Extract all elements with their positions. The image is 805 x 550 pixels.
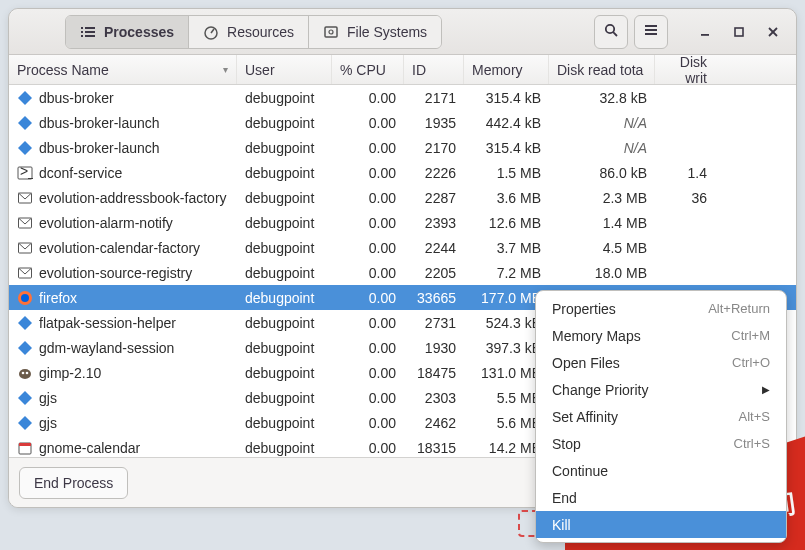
svg-rect-14 xyxy=(645,33,657,35)
tab-label: Resources xyxy=(227,24,294,40)
process-name: flatpak-session-helper xyxy=(39,315,176,331)
cell-disk-write: 36 xyxy=(655,190,715,206)
menu-button[interactable] xyxy=(634,15,668,49)
cell-id: 2393 xyxy=(404,215,464,231)
cell-id: 2171 xyxy=(404,90,464,106)
submenu-arrow-icon: ▶ xyxy=(762,384,770,395)
svg-rect-38 xyxy=(19,443,31,446)
column-header-name[interactable]: Process Name ▾ xyxy=(9,55,237,84)
svg-rect-3 xyxy=(85,31,95,33)
menu-accel: Ctrl+M xyxy=(731,328,770,343)
svg-marker-19 xyxy=(18,91,32,105)
menu-item-open-files[interactable]: Open Files Ctrl+O xyxy=(536,349,786,376)
column-headers: Process Name ▾ User % CPU ID Memory Disk… xyxy=(9,55,796,85)
svg-rect-12 xyxy=(645,25,657,27)
cell-name: gimp-2.10 xyxy=(9,365,237,381)
cell-user: debugpoint xyxy=(237,115,332,131)
col-label: Disk read tota xyxy=(557,62,643,78)
table-row[interactable]: evolution-calendar-factorydebugpoint0.00… xyxy=(9,235,796,260)
cell-user: debugpoint xyxy=(237,190,332,206)
cell-disk-read: 4.5 MB xyxy=(549,240,655,256)
cell-cpu: 0.00 xyxy=(332,165,404,181)
column-header-cpu[interactable]: % CPU xyxy=(332,55,404,84)
svg-point-33 xyxy=(22,371,25,374)
cell-name: gdm-wayland-session xyxy=(9,340,237,356)
cell-id: 2205 xyxy=(404,265,464,281)
svg-rect-8 xyxy=(325,27,337,37)
cell-cpu: 0.00 xyxy=(332,190,404,206)
cell-cpu: 0.00 xyxy=(332,290,404,306)
menu-label: Open Files xyxy=(552,355,620,371)
process-name: dconf-service xyxy=(39,165,122,181)
svg-marker-35 xyxy=(18,391,32,405)
end-process-button[interactable]: End Process xyxy=(19,467,128,499)
menu-label: Stop xyxy=(552,436,581,452)
cell-id: 2303 xyxy=(404,390,464,406)
column-header-id[interactable]: ID xyxy=(404,55,464,84)
process-icon xyxy=(17,365,33,381)
col-label: Process Name xyxy=(17,62,109,78)
svg-rect-0 xyxy=(81,27,83,29)
menu-item-continue[interactable]: Continue xyxy=(536,457,786,484)
column-header-disk-write[interactable]: Disk writ xyxy=(655,55,715,84)
menu-item-kill[interactable]: Kill xyxy=(536,511,786,538)
menu-item-stop[interactable]: Stop Ctrl+S xyxy=(536,430,786,457)
maximize-button[interactable] xyxy=(722,10,756,54)
table-row[interactable]: >_dconf-servicedebugpoint0.0022261.5 MB8… xyxy=(9,160,796,185)
cell-name: dbus-broker-launch xyxy=(9,115,237,131)
cell-id: 33665 xyxy=(404,290,464,306)
menu-item-change-priority[interactable]: Change Priority ▶ xyxy=(536,376,786,403)
process-name: evolution-alarm-notify xyxy=(39,215,173,231)
svg-marker-20 xyxy=(18,116,32,130)
column-header-user[interactable]: User xyxy=(237,55,332,84)
window-controls xyxy=(688,10,790,54)
menu-accel: Ctrl+O xyxy=(732,355,770,370)
close-button[interactable] xyxy=(756,10,790,54)
cell-disk-read: 18.0 MB xyxy=(549,265,655,281)
process-name: gnome-calendar xyxy=(39,440,140,456)
cell-name: evolution-alarm-notify xyxy=(9,215,237,231)
menu-item-end[interactable]: End xyxy=(536,484,786,511)
cell-id: 2287 xyxy=(404,190,464,206)
column-header-disk-read[interactable]: Disk read tota xyxy=(549,55,655,84)
tab-processes[interactable]: Processes xyxy=(66,16,189,48)
table-row[interactable]: evolution-addressbook-factorydebugpoint0… xyxy=(9,185,796,210)
table-row[interactable]: evolution-source-registrydebugpoint0.002… xyxy=(9,260,796,285)
svg-rect-15 xyxy=(701,34,709,36)
cell-user: debugpoint xyxy=(237,365,332,381)
process-icon xyxy=(17,140,33,156)
process-icon xyxy=(17,115,33,131)
svg-rect-5 xyxy=(85,35,95,37)
svg-text:>_: >_ xyxy=(20,165,33,179)
menu-item-memory-maps[interactable]: Memory Maps Ctrl+M xyxy=(536,322,786,349)
cell-disk-read: 86.0 kB xyxy=(549,165,655,181)
cell-user: debugpoint xyxy=(237,315,332,331)
process-icon xyxy=(17,415,33,431)
cell-user: debugpoint xyxy=(237,415,332,431)
minimize-button[interactable] xyxy=(688,10,722,54)
menu-item-set-affinity[interactable]: Set Affinity Alt+S xyxy=(536,403,786,430)
list-icon xyxy=(80,24,96,40)
process-name: dbus-broker-launch xyxy=(39,140,160,156)
svg-line-7 xyxy=(211,29,214,33)
svg-point-34 xyxy=(26,371,29,374)
process-icon xyxy=(17,90,33,106)
table-row[interactable]: evolution-alarm-notifydebugpoint0.002393… xyxy=(9,210,796,235)
cell-cpu: 0.00 xyxy=(332,415,404,431)
menu-accel: Ctrl+S xyxy=(734,436,770,451)
table-row[interactable]: dbus-broker-launchdebugpoint0.001935442.… xyxy=(9,110,796,135)
svg-rect-2 xyxy=(81,31,83,33)
cell-user: debugpoint xyxy=(237,90,332,106)
process-icon xyxy=(17,340,33,356)
process-name: dbus-broker xyxy=(39,90,114,106)
column-header-memory[interactable]: Memory xyxy=(464,55,549,84)
cell-memory: 315.4 kB xyxy=(464,140,549,156)
tab-resources[interactable]: Resources xyxy=(189,16,309,48)
table-row[interactable]: dbus-brokerdebugpoint0.002171315.4 kB32.… xyxy=(9,85,796,110)
table-row[interactable]: dbus-broker-launchdebugpoint0.002170315.… xyxy=(9,135,796,160)
search-button[interactable] xyxy=(594,15,628,49)
tab-filesystems[interactable]: File Systems xyxy=(309,16,441,48)
process-icon: >_ xyxy=(17,165,33,181)
menu-item-properties[interactable]: Properties Alt+Return xyxy=(536,295,786,322)
cell-cpu: 0.00 xyxy=(332,340,404,356)
